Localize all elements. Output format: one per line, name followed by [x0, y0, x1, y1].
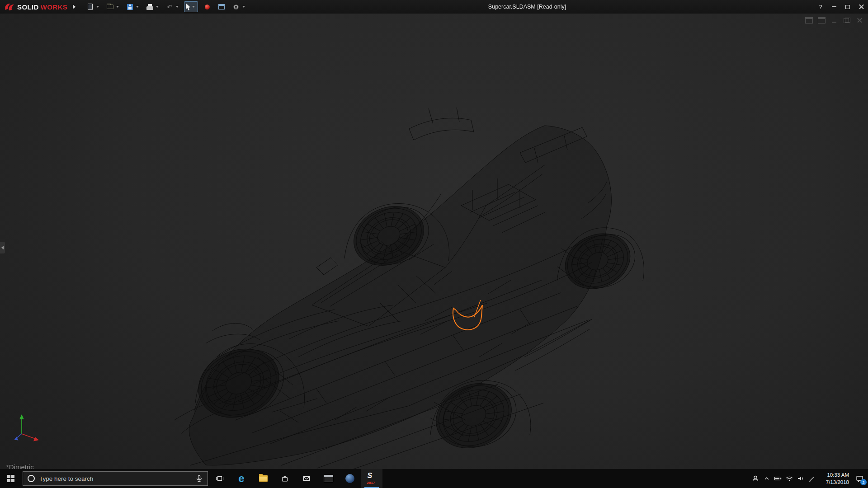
axis-x-arrow-icon — [33, 437, 39, 441]
document-title: Supercar.SLDASM [Read-only] — [488, 0, 566, 14]
task-view-button[interactable] — [209, 469, 231, 488]
pane-left-icon[interactable] — [805, 17, 813, 23]
taskbar-search[interactable] — [23, 471, 208, 486]
command-prompt-icon — [324, 475, 333, 482]
save-dropdown-icon[interactable] — [136, 6, 139, 8]
menu-flyout-arrow[interactable] — [70, 0, 78, 14]
edge-icon: e — [238, 473, 244, 484]
action-center-button[interactable]: 2 — [851, 469, 868, 488]
collapsed-panel-tab[interactable] — [0, 242, 5, 253]
taskbar-clock[interactable]: 10:33 AM 7/13/2018 — [817, 471, 851, 486]
select-tool-button[interactable] — [184, 1, 198, 12]
solidworks-logo: SOLIDWORKS — [0, 0, 70, 14]
search-input[interactable] — [39, 475, 191, 482]
file-explorer-icon — [259, 475, 268, 482]
close-button[interactable] — [854, 0, 868, 14]
speaker-icon — [797, 474, 805, 483]
minimize-button[interactable] — [827, 0, 841, 14]
solidworks-year: 2017 — [367, 481, 375, 485]
windows-taskbar: e S 2017 — [0, 469, 868, 488]
undo-button[interactable]: ↶ — [164, 1, 175, 12]
clock-date: 7/13/2018 — [817, 479, 849, 486]
axis-y-arrow-icon — [19, 414, 24, 419]
solidworks-taskbar-icon: S 2017 — [366, 473, 378, 485]
brand-text-solid: SOLID — [17, 3, 39, 11]
battery-button[interactable] — [772, 469, 783, 488]
axis-z-icon — [17, 434, 22, 438]
print-button[interactable] — [144, 1, 155, 12]
open-button[interactable] — [104, 1, 115, 12]
options-dropdown-icon[interactable] — [242, 6, 245, 8]
cortana-icon — [28, 475, 35, 482]
chevron-up-icon — [763, 474, 771, 483]
start-button[interactable] — [0, 469, 22, 488]
open-folder-icon — [107, 5, 113, 9]
open-dropdown-icon[interactable] — [116, 6, 119, 8]
taskbar-app-file-explorer[interactable] — [252, 469, 274, 488]
quick-access-toolbar: ↶ ⚙ — [85, 0, 250, 14]
pane-right-icon[interactable] — [818, 17, 826, 23]
new-document-button[interactable] — [85, 1, 95, 12]
task-pane-button[interactable] — [216, 1, 227, 12]
undo-dropdown-icon[interactable] — [176, 6, 179, 8]
taskbar-app-store[interactable] — [274, 469, 296, 488]
pen-icon — [808, 474, 816, 483]
hidden-icons-button[interactable] — [761, 469, 772, 488]
print-icon — [146, 6, 153, 10]
window-controls: ? — [814, 0, 868, 14]
taskbar-app-edrawings[interactable] — [339, 469, 361, 488]
edrawings-icon — [345, 474, 354, 483]
clock-time: 10:33 AM — [817, 471, 849, 479]
store-bag-icon — [281, 474, 289, 483]
taskbar-app-edge[interactable]: e — [231, 469, 252, 488]
document-close-icon[interactable] — [856, 17, 863, 23]
new-document-dropdown-icon[interactable] — [96, 6, 99, 8]
chevron-left-icon — [1, 246, 4, 249]
view-orientation-label: *Dimetric — [6, 463, 34, 469]
options-button[interactable]: ⚙ — [231, 1, 241, 12]
pen-button[interactable] — [806, 469, 817, 488]
undo-icon: ↶ — [167, 4, 173, 10]
graphics-area[interactable]: *Dimetric — [0, 14, 868, 469]
record-macro-button[interactable] — [202, 1, 212, 12]
task-view-icon — [216, 474, 224, 483]
system-tray: 10:33 AM 7/13/2018 2 — [750, 469, 868, 488]
gear-icon: ⚙ — [233, 4, 239, 10]
wifi-icon — [785, 474, 793, 483]
taskbar-app-command-prompt[interactable] — [317, 469, 339, 488]
axis-x-icon — [22, 434, 35, 439]
document-restore-icon[interactable] — [843, 17, 851, 23]
notification-badge: 2 — [860, 479, 867, 485]
people-icon — [751, 474, 760, 483]
task-pane-icon — [218, 4, 225, 9]
battery-icon — [774, 474, 782, 483]
flyout-arrow-icon — [73, 5, 75, 9]
save-icon — [127, 4, 133, 10]
maximize-button[interactable] — [841, 0, 854, 14]
document-minimize-icon[interactable] — [830, 17, 838, 23]
new-document-icon — [88, 4, 93, 10]
dassault-systemes-logo-icon — [4, 2, 15, 12]
app-titlebar: SOLIDWORKS ↶ — [0, 0, 868, 14]
brand-text-works: WORKS — [41, 3, 68, 11]
select-dropdown-icon[interactable] — [192, 6, 195, 8]
orientation-triad — [12, 411, 44, 444]
mail-envelope-icon — [302, 474, 311, 483]
taskbar-app-mail[interactable] — [296, 469, 317, 488]
people-button[interactable] — [750, 469, 761, 488]
solidworks-letter: S — [368, 472, 373, 480]
maximize-icon — [845, 5, 850, 9]
volume-button[interactable] — [795, 469, 806, 488]
microphone-icon[interactable] — [195, 474, 203, 483]
record-macro-icon — [205, 5, 210, 9]
minimize-icon — [832, 6, 836, 7]
help-button[interactable]: ? — [814, 0, 827, 14]
select-cursor-icon — [185, 3, 191, 10]
windows-logo-icon — [7, 475, 14, 482]
save-button[interactable] — [124, 1, 135, 12]
taskbar-app-solidworks[interactable]: S 2017 — [361, 469, 382, 488]
print-dropdown-icon[interactable] — [156, 6, 159, 8]
document-window-controls — [805, 17, 863, 23]
network-button[interactable] — [783, 469, 795, 488]
car-wireframe — [0, 14, 868, 469]
